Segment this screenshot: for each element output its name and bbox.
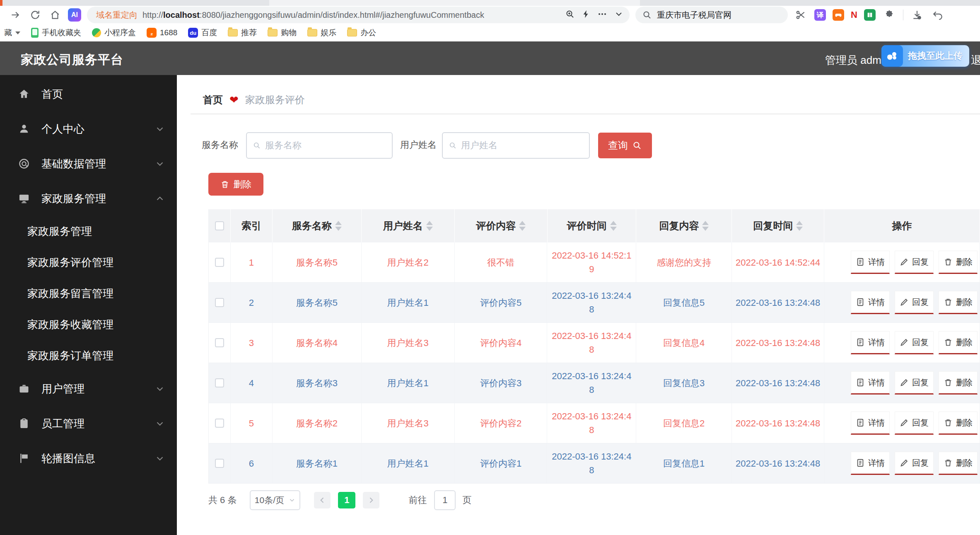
column-header[interactable]: 回复时间 xyxy=(732,209,824,242)
sort-asc-icon[interactable] xyxy=(335,221,342,225)
quick-search-box[interactable]: 重庆市电子税局官网 xyxy=(635,7,788,23)
sort-carets-icon[interactable] xyxy=(610,221,617,231)
bookmark-item[interactable]: 藏 xyxy=(4,27,20,38)
detail-button[interactable]: 详情 xyxy=(851,371,890,395)
column-header[interactable]: 评价内容 xyxy=(455,209,548,242)
row-checkbox[interactable] xyxy=(215,419,224,428)
url-bar[interactable]: 域名重定向 http://localhost:8080/jiazhenggong… xyxy=(87,7,630,23)
sidebar-subitem[interactable]: 家政服务评价管理 xyxy=(0,247,177,278)
column-header[interactable]: 评价时间 xyxy=(548,209,637,242)
user-name-field[interactable] xyxy=(442,132,590,159)
sidebar-subitem[interactable]: 家政服务收藏管理 xyxy=(0,309,177,340)
prev-page-button[interactable] xyxy=(314,492,331,508)
active-tab-bottom[interactable] xyxy=(269,0,640,6)
user-name-input[interactable] xyxy=(461,140,583,151)
bookmark-item[interactable]: 办公 xyxy=(347,27,376,38)
sort-desc-icon[interactable] xyxy=(796,227,803,231)
reload-icon[interactable] xyxy=(28,8,42,22)
row-checkbox[interactable] xyxy=(215,298,224,307)
sidebar-item-3[interactable]: 家政服务管理 xyxy=(0,181,177,216)
puzzle-extension-icon[interactable] xyxy=(882,8,896,22)
sidebar-item-0[interactable]: 首页 xyxy=(0,77,177,111)
sort-carets-icon[interactable] xyxy=(426,221,433,231)
lightning-icon[interactable] xyxy=(582,10,591,20)
select-all-checkbox[interactable] xyxy=(215,221,224,230)
sidebar-subitem[interactable]: 家政服务留言管理 xyxy=(0,278,177,309)
row-checkbox[interactable] xyxy=(215,338,224,347)
more-options-icon[interactable] xyxy=(597,9,607,21)
sort-asc-icon[interactable] xyxy=(426,221,433,225)
detail-button[interactable]: 详情 xyxy=(851,331,890,354)
detail-button[interactable]: 详情 xyxy=(851,452,890,475)
sidebar-item-4[interactable]: 用户管理 xyxy=(0,371,177,406)
column-header[interactable]: 用户姓名 xyxy=(362,209,455,242)
sort-carets-icon[interactable] xyxy=(702,221,709,231)
reply-button[interactable]: 回复 xyxy=(895,251,934,274)
scissors-icon[interactable] xyxy=(794,8,808,22)
row-checkbox[interactable] xyxy=(215,459,224,468)
delete-button[interactable]: 删除 xyxy=(939,412,978,435)
detail-button[interactable]: 详情 xyxy=(851,291,890,314)
translate-icon[interactable]: 译 xyxy=(814,9,826,21)
zoom-in-icon[interactable] xyxy=(565,9,575,21)
chevron-down-icon[interactable] xyxy=(614,9,624,21)
detail-button[interactable]: 详情 xyxy=(851,412,890,435)
sort-desc-icon[interactable] xyxy=(610,227,617,231)
sidebar-item-1[interactable]: 个人中心 xyxy=(0,111,177,146)
reply-button[interactable]: 回复 xyxy=(895,452,934,475)
delete-button[interactable]: 删除 xyxy=(939,452,978,475)
game-controller-icon[interactable] xyxy=(833,9,844,21)
download-icon[interactable] xyxy=(910,8,924,22)
sort-asc-icon[interactable] xyxy=(796,221,803,225)
bookmark-item[interactable]: du百度 xyxy=(188,27,217,38)
breadcrumb-home[interactable]: 首页 xyxy=(203,93,223,107)
n-extension-icon[interactable]: N xyxy=(851,10,857,20)
bookmark-item[interactable]: ₂1688 xyxy=(147,28,177,38)
sort-desc-icon[interactable] xyxy=(335,227,342,231)
sidebar-item-2[interactable]: 基础数据管理 xyxy=(0,146,177,181)
column-header[interactable]: 回复内容 xyxy=(636,209,732,242)
detail-button[interactable]: 详情 xyxy=(851,251,890,274)
delete-button[interactable]: 删除 xyxy=(939,371,978,395)
row-checkbox[interactable] xyxy=(215,258,224,267)
reply-button[interactable]: 回复 xyxy=(895,291,934,314)
book-icon[interactable] xyxy=(864,9,876,21)
bookmark-item[interactable]: 小程序盒 xyxy=(92,27,136,38)
reply-button[interactable]: 回复 xyxy=(895,412,934,435)
sort-asc-icon[interactable] xyxy=(702,221,709,225)
service-name-input[interactable] xyxy=(265,140,386,151)
bookmark-item[interactable]: 娱乐 xyxy=(307,27,336,38)
sort-carets-icon[interactable] xyxy=(335,221,342,231)
current-page-button[interactable]: 1 xyxy=(338,492,355,508)
column-header[interactable]: 服务名称 xyxy=(273,209,362,242)
delete-button[interactable]: 删除 xyxy=(939,251,978,274)
sidebar-subitem[interactable]: 家政服务订单管理 xyxy=(0,340,177,371)
row-checkbox[interactable] xyxy=(215,378,224,387)
reply-button[interactable]: 回复 xyxy=(895,371,934,395)
next-page-button[interactable] xyxy=(363,492,379,508)
sort-asc-icon[interactable] xyxy=(519,221,526,225)
delete-button[interactable]: 删除 xyxy=(939,331,978,354)
sort-asc-icon[interactable] xyxy=(610,221,617,225)
sort-desc-icon[interactable] xyxy=(426,227,433,231)
sort-desc-icon[interactable] xyxy=(519,227,526,231)
reply-button[interactable]: 回复 xyxy=(895,331,934,354)
undo-icon[interactable] xyxy=(931,8,945,22)
page-size-select[interactable]: 10条/页 xyxy=(250,490,300,510)
sort-carets-icon[interactable] xyxy=(519,221,526,231)
query-button[interactable]: 查询 xyxy=(598,133,652,158)
home-icon[interactable] xyxy=(48,8,62,22)
ai-extension-icon[interactable]: AI xyxy=(68,8,81,22)
forward-icon[interactable] xyxy=(8,8,22,22)
netdisk-upload-overlay[interactable]: 拖拽至此上传 xyxy=(881,45,969,67)
bookmark-item[interactable]: 手机收藏夹 xyxy=(31,27,81,38)
bookmark-item[interactable]: 推荐 xyxy=(228,27,257,38)
logout-link-partial[interactable]: 退 xyxy=(971,53,980,68)
delete-button[interactable]: 删除 xyxy=(939,291,978,314)
sort-desc-icon[interactable] xyxy=(702,227,709,231)
sidebar-subitem[interactable]: 家政服务管理 xyxy=(0,216,177,247)
bulk-delete-button[interactable]: 删除 xyxy=(208,173,263,196)
bookmark-item[interactable]: 购物 xyxy=(268,27,297,38)
sidebar-item-6[interactable]: 轮播图信息 xyxy=(0,441,177,476)
service-name-field[interactable] xyxy=(246,132,393,159)
